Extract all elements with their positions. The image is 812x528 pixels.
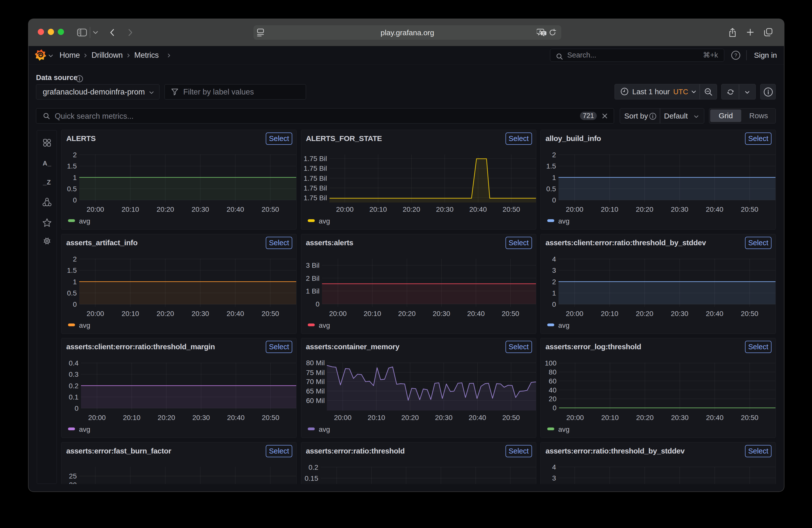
svg-text:文: 文 — [542, 31, 546, 35]
svg-text:avg: avg — [558, 217, 569, 225]
svg-text:20:30: 20:30 — [192, 414, 210, 422]
svg-text:20:00: 20:00 — [566, 414, 584, 422]
svg-text:20:50: 20:50 — [741, 205, 758, 213]
svg-text:20:20: 20:20 — [158, 414, 175, 422]
svg-text:20:40: 20:40 — [227, 205, 244, 213]
svg-text:70 Mil: 70 Mil — [306, 378, 325, 385]
svg-text:20:10: 20:10 — [601, 310, 618, 318]
svg-text:20:10: 20:10 — [601, 414, 619, 422]
svg-text:2: 2 — [73, 151, 77, 159]
svg-text:1: 1 — [73, 278, 77, 285]
svg-text:1: 1 — [73, 174, 77, 181]
svg-text:75 Mil: 75 Mil — [306, 369, 325, 377]
svg-text:20:40: 20:40 — [467, 310, 484, 318]
svg-text:avg: avg — [319, 217, 330, 225]
svg-text:20:40: 20:40 — [469, 205, 487, 213]
svg-text:1.75 Bil: 1.75 Bil — [304, 164, 327, 172]
svg-text:0: 0 — [74, 405, 78, 412]
svg-text:1.75 Bil: 1.75 Bil — [304, 175, 327, 182]
svg-text:100: 100 — [545, 359, 556, 367]
svg-text:0: 0 — [73, 196, 77, 204]
svg-text:avg: avg — [319, 322, 330, 329]
svg-text:20:20: 20:20 — [401, 414, 419, 422]
svg-text:1.75 Bil: 1.75 Bil — [304, 194, 327, 202]
svg-text:1.5: 1.5 — [67, 162, 77, 170]
svg-text:20:30: 20:30 — [671, 414, 688, 422]
svg-text:25: 25 — [69, 472, 77, 480]
svg-text:0.3: 0.3 — [69, 370, 78, 378]
svg-text:0.5: 0.5 — [546, 185, 556, 193]
svg-text:60 Mil: 60 Mil — [306, 397, 325, 405]
svg-text:20:00: 20:00 — [329, 310, 347, 318]
svg-text:20:00: 20:00 — [566, 310, 583, 318]
svg-text:20:50: 20:50 — [502, 414, 520, 422]
svg-text:20:30: 20:30 — [191, 205, 209, 213]
svg-text:20:10: 20:10 — [367, 414, 385, 422]
svg-text:20:30: 20:30 — [436, 205, 453, 213]
svg-text:0.15: 0.15 — [304, 474, 318, 482]
svg-text:0: 0 — [552, 196, 556, 204]
svg-text:20:40: 20:40 — [706, 310, 723, 318]
svg-text:avg: avg — [558, 322, 569, 329]
svg-text:20:20: 20:20 — [636, 205, 653, 213]
svg-text:0.1: 0.1 — [69, 393, 78, 401]
svg-text:20:50: 20:50 — [261, 205, 279, 213]
svg-text:avg: avg — [319, 425, 330, 433]
svg-text:20:40: 20:40 — [706, 205, 723, 213]
svg-text:20:40: 20:40 — [468, 414, 486, 422]
svg-text:2: 2 — [552, 278, 556, 285]
svg-text:0: 0 — [552, 404, 556, 412]
svg-text:avg: avg — [79, 322, 90, 329]
svg-text:20:20: 20:20 — [157, 310, 174, 318]
svg-text:1.75 Bil: 1.75 Bil — [304, 184, 327, 192]
svg-text:20:20: 20:20 — [636, 414, 654, 422]
svg-text:1.75 Bil: 1.75 Bil — [304, 155, 327, 162]
svg-text:20:50: 20:50 — [741, 414, 758, 422]
svg-text:20:50: 20:50 — [503, 205, 520, 213]
svg-text:4: 4 — [552, 463, 556, 471]
svg-text:20:30: 20:30 — [191, 310, 209, 318]
svg-text:20:50: 20:50 — [262, 414, 279, 422]
svg-text:20:10: 20:10 — [601, 205, 618, 213]
svg-text:20:00: 20:00 — [336, 205, 353, 213]
svg-text:20:20: 20:20 — [157, 205, 174, 213]
svg-text:20:10: 20:10 — [121, 310, 139, 318]
svg-text:20:20: 20:20 — [636, 310, 653, 318]
svg-text:4: 4 — [552, 255, 556, 263]
svg-text:0: 0 — [316, 300, 319, 308]
svg-text:avg: avg — [79, 425, 90, 433]
svg-text:20:10: 20:10 — [123, 414, 141, 422]
svg-text:20:10: 20:10 — [121, 205, 139, 213]
svg-text:?: ? — [734, 53, 737, 58]
svg-text:20:20: 20:20 — [403, 205, 420, 213]
svg-text:0.2: 0.2 — [69, 382, 78, 390]
svg-text:0.5: 0.5 — [67, 185, 77, 193]
svg-text:40: 40 — [549, 386, 556, 394]
svg-text:20:40: 20:40 — [706, 414, 724, 422]
svg-text:20:40: 20:40 — [227, 414, 245, 422]
svg-text:20:30: 20:30 — [435, 414, 452, 422]
svg-text:20:30: 20:30 — [433, 310, 450, 318]
svg-text:3: 3 — [552, 266, 556, 274]
svg-text:60: 60 — [549, 377, 556, 385]
svg-text:20: 20 — [69, 481, 77, 484]
svg-text:1.5: 1.5 — [67, 266, 77, 274]
svg-text:0: 0 — [552, 300, 556, 308]
svg-text:0: 0 — [73, 300, 77, 308]
svg-text:20:50: 20:50 — [261, 310, 279, 318]
svg-text:20:40: 20:40 — [227, 310, 244, 318]
svg-text:2: 2 — [73, 255, 77, 263]
svg-text:20:00: 20:00 — [334, 414, 351, 422]
svg-text:20:10: 20:10 — [363, 310, 381, 318]
svg-text:1.5: 1.5 — [546, 162, 556, 170]
svg-text:20:30: 20:30 — [671, 310, 688, 318]
svg-text:2 Bil: 2 Bil — [306, 274, 319, 282]
svg-text:0.4: 0.4 — [69, 359, 78, 367]
svg-text:0.2: 0.2 — [308, 463, 318, 471]
svg-text:20:50: 20:50 — [502, 310, 519, 318]
svg-text:20:00: 20:00 — [566, 205, 583, 213]
svg-text:20:50: 20:50 — [741, 310, 758, 318]
svg-text:1: 1 — [552, 289, 556, 297]
svg-text:20:00: 20:00 — [87, 310, 104, 318]
svg-text:20:10: 20:10 — [369, 205, 387, 213]
